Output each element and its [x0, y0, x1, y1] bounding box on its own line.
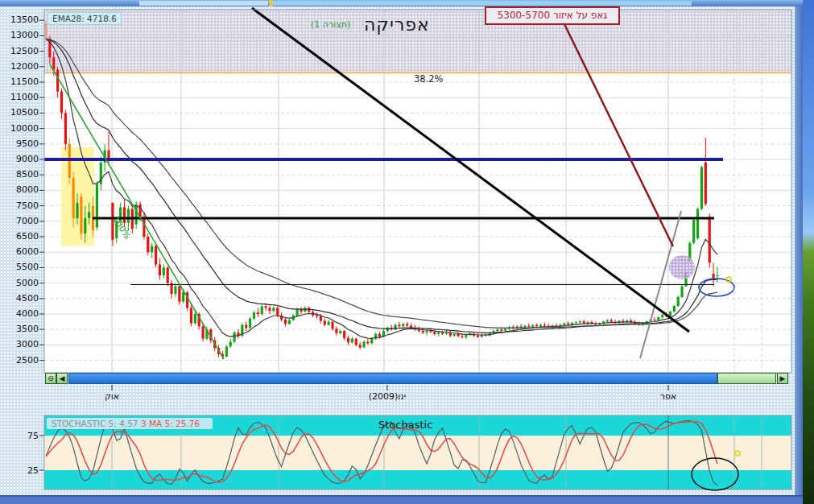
top-bar-tab: [139, 1, 268, 6]
price-axis-label: 6500: [2, 231, 39, 242]
window-top-bar: [0, 0, 803, 6]
scroll-left-button[interactable]: ◀: [56, 373, 68, 384]
time-axis-label: אוק: [105, 391, 119, 402]
ema-legend: EMA28: 4718.6: [48, 12, 122, 25]
price-axis-label: 3000: [2, 339, 39, 349]
price-axis-label: 10000: [2, 123, 39, 134]
chart-scrollbar[interactable]: ⊖ ◀ ▶: [44, 373, 789, 384]
scroll-right-button[interactable]: ▶: [777, 373, 788, 384]
price-axis-label: 4000: [2, 308, 39, 319]
scrollbar-track[interactable]: [68, 373, 717, 384]
price-axis-label: 5000: [2, 278, 39, 288]
price-axis-label: 13500: [2, 14, 39, 25]
window-right-border: [795, 0, 803, 504]
price-axis-label: 9000: [2, 154, 39, 164]
stochastic-level-75: 75: [3, 431, 39, 441]
stochastic-level-25: 25: [3, 465, 39, 476]
price-axis-label: 7500: [2, 200, 39, 211]
price-axis-label: 12000: [2, 61, 39, 72]
desktop-wallpaper: [803, 0, 814, 504]
price-axis-label: 3500: [2, 324, 39, 334]
scrollbar-thumb[interactable]: [717, 373, 776, 384]
window-bottom-border: [0, 495, 803, 504]
price-axis-label: 5500: [2, 262, 39, 272]
price-axis-label: 12500: [2, 46, 39, 56]
scroll-left-icon: ◀: [60, 374, 65, 382]
zoom-out-button[interactable]: ⊖: [45, 373, 56, 384]
top-bar-tab: [273, 1, 692, 6]
price-axis-label: 9500: [2, 138, 39, 149]
stochastic-title: Stochastic: [378, 419, 432, 431]
fib-382-label: 38.2%: [414, 73, 444, 85]
price-axis-label: 7000: [2, 216, 39, 226]
chart-title: אפריקה: [364, 14, 430, 35]
stochastic-k-legend: STOCHASTIC 5: 4.57: [52, 419, 138, 428]
price-axis-label: 10500: [2, 107, 39, 118]
stochastic-legend: STOCHASTIC 5: 4.57 3 MA 5: 25.76: [47, 418, 213, 429]
zoom-out-icon: ⊖: [48, 374, 54, 382]
price-axis-label: 4500: [2, 293, 39, 304]
price-axis-label: 6000: [2, 246, 39, 257]
trading-app-window: EMA28: 4718.6 (תצורה 1) אפריקה גאפ על אי…: [0, 0, 814, 504]
time-axis-label: אפר: [660, 391, 676, 402]
price-axis-label: 13000: [2, 30, 39, 40]
time-axis-label: ינו(2009): [369, 391, 406, 402]
price-axis-label: 11500: [2, 76, 39, 87]
price-axis-label: 11000: [2, 92, 39, 102]
gap-annotation: גאפ על איזור 5300-5700: [485, 6, 620, 25]
config-label: (תצורה 1): [311, 19, 350, 30]
price-axis-label: 8500: [2, 169, 39, 180]
price-axis-label: 8000: [2, 184, 39, 195]
stochastic-d-legend: 3 MA 5: 25.76: [141, 419, 200, 428]
price-axis-label: 2500: [2, 355, 39, 366]
scroll-right-icon: ▶: [780, 374, 786, 382]
